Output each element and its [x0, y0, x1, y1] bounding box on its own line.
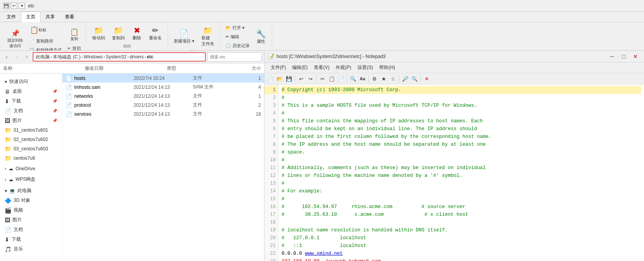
title-bar-icons[interactable]: 💾 ↩ ▾ — [3, 3, 25, 9]
title-icon-dropdown[interactable]: ▾ — [19, 3, 25, 9]
wps-label[interactable]: › ☁ WPS网盘 — [0, 175, 62, 184]
forward-btn[interactable]: › — [12, 53, 21, 61]
sidebar-section-quickaccess: ▾ 快速访问 🖥 桌面 📌 ⬇ 下载 📌 📄 — [0, 77, 62, 163]
properties-btn[interactable]: 🔧 属性 — [253, 27, 269, 46]
file-row-protocol[interactable]: 📄 protocol 2021/12/24 14:13 文件 2 — [62, 101, 264, 109]
tool-paste[interactable]: 📄 — [337, 74, 345, 83]
tool-close-x[interactable]: ✕ — [422, 74, 431, 83]
file-icon-hosts: 📄 — [65, 75, 72, 81]
sidebar-item-documents2[interactable]: 📄 文档 — [0, 225, 62, 235]
copy-to-btn[interactable]: 📁 复制到 — [109, 24, 128, 43]
move-to-btn[interactable]: 📁 移动到 — [89, 24, 108, 43]
sidebar-item-desktop[interactable]: 🖥 桌面 📌 — [0, 86, 62, 96]
tool-settings[interactable]: ⚙ — [370, 74, 379, 83]
tool-copy[interactable]: 📋 — [327, 74, 336, 83]
file-row-services[interactable]: 📄 services 2021/12/24 14:13 文件 18 — [62, 109, 264, 118]
line-num-2: 2 — [264, 94, 278, 102]
maximize-btn[interactable]: □ — [618, 53, 629, 60]
addr-part-5: etc — [147, 54, 153, 60]
sidebar-item-pictures2[interactable]: 🖼 图片 — [0, 215, 62, 225]
move-icon: 📁 — [94, 26, 103, 35]
line-num-8: 8 — [264, 141, 278, 148]
menu-view[interactable]: 查看(V) — [311, 63, 332, 72]
menu-help[interactable]: 帮助(H) — [376, 63, 398, 72]
search-input[interactable] — [207, 52, 262, 62]
minimize-btn[interactable]: ─ — [607, 53, 618, 60]
onedrive-label[interactable]: › ☁ OneDrive — [0, 164, 62, 173]
tool-star[interactable]: ★ — [380, 74, 388, 83]
tool-save[interactable]: 💾 — [285, 74, 293, 83]
title-icon-undo[interactable]: ↩ — [11, 3, 17, 9]
notepad3: 📝 hosts [C:\Windows\System32\drivers\etc… — [264, 51, 644, 261]
paste-btn[interactable]: 📋 粘贴 — [27, 24, 49, 36]
file-row-networks[interactable]: 📄 networks 2021/12/24 14:13 文件 1 — [62, 92, 264, 101]
tab-home[interactable]: 主页 — [21, 12, 40, 22]
sidebar-item-pictures[interactable]: 🖼 图片 📌 — [0, 116, 62, 125]
tab-file[interactable]: 文件 — [2, 12, 21, 22]
menu-settings[interactable]: 设置(S) — [354, 63, 376, 72]
code-line-8: # The IP address and the host name shoul… — [282, 141, 641, 148]
editor-content[interactable]: # Copyright (c) 1993-2009 Microsoft Corp… — [278, 85, 644, 261]
tool-open[interactable]: 📂 — [275, 74, 284, 83]
code-line-11: # Additionally, comments (such as these)… — [282, 164, 641, 172]
tab-view[interactable]: 查看 — [60, 12, 79, 22]
file-row-hosts[interactable]: 📄 hosts 2022/7/4 20:24 文件 1 — [62, 74, 264, 83]
properties-icon: 🔧 — [256, 29, 266, 39]
up-btn[interactable]: ↑ — [23, 53, 31, 61]
code-line-2: # — [282, 94, 641, 102]
code-text-1: # Copyright (c) 1993-2009 Microsoft Corp… — [282, 86, 401, 94]
copy-btn[interactable]: 📋 复制 — [65, 26, 83, 44]
file-row-lmhosts[interactable]: 📄 lmhosts.sam 2021/12/24 14:13 SAM 文件 4 — [62, 83, 264, 92]
tool-redo[interactable]: ↪ — [306, 74, 315, 83]
code-text-7: # be placed in the first column followed… — [282, 133, 492, 141]
delete-btn[interactable]: ✖ 删除 — [129, 24, 145, 43]
tool-new[interactable]: 📄 — [266, 74, 275, 83]
tool-find[interactable]: 🔍 — [349, 74, 357, 83]
edit-btn[interactable]: ✏ 编辑 — [224, 33, 252, 41]
open-btn[interactable]: 📂 打开 ▾ — [224, 24, 252, 32]
toolbar-sep2 — [316, 75, 317, 82]
sidebar-item-downloads2[interactable]: ⬇ 下载 — [0, 235, 62, 244]
new-folder-btn[interactable]: 📁 新建文件夹 — [199, 24, 217, 49]
tool-undo[interactable]: ↩ — [297, 74, 305, 83]
menu-edit[interactable]: 编辑(E) — [289, 63, 311, 72]
notepad-editor[interactable]: 1 2 3 4 5 6 7 8 9 10 11 12 13 14 15 16 1… — [264, 85, 644, 261]
thispc-arrow: ▾ — [5, 188, 7, 194]
pin-btn[interactable]: 📌 固定到快速访问 — [5, 27, 26, 51]
tool-aa[interactable]: Aa — [358, 74, 367, 83]
tab-share[interactable]: 共享 — [40, 12, 60, 22]
line-num-3: 3 — [264, 102, 278, 109]
file-type-services: 文件 — [193, 111, 237, 117]
sidebar-item-3d[interactable]: 🔷 3D 对象 — [0, 196, 62, 205]
sidebar-item-centos602[interactable]: 📁 02_centos7u602 — [0, 135, 62, 144]
tool-zoom-out[interactable]: 🔎 — [401, 74, 410, 83]
sidebar-item-centos601[interactable]: 📁 01_centos7u601 — [0, 125, 62, 135]
copy-path-btn[interactable]: 📄 复制路径 — [27, 37, 64, 45]
xmind-link[interactable]: www.xmind.net — [305, 250, 343, 257]
menu-appearance[interactable]: 外观(P) — [332, 63, 354, 72]
sidebar-item-centos7u6[interactable]: 📁 centos7u6 — [0, 153, 62, 163]
code-line-13: # — [282, 180, 641, 187]
thispc-label[interactable]: ▾ 💻 此电脑 — [0, 186, 62, 196]
close-btn[interactable]: ✕ — [630, 53, 641, 60]
line-num-17: 17 — [264, 211, 278, 219]
title-icon-save[interactable]: 💾 — [3, 3, 9, 9]
sidebar-item-documents[interactable]: 📄 文档 📌 — [0, 106, 62, 116]
menu-file[interactable]: 文件(F) — [268, 63, 289, 72]
quick-access-label[interactable]: ▾ 快速访问 — [0, 77, 62, 86]
line-num-9: 9 — [264, 148, 278, 156]
sidebar-item-centos603[interactable]: 📁 03_centos7u603 — [0, 144, 62, 153]
line-num-1: 1 — [264, 86, 278, 94]
rename-btn[interactable]: ✏ 重命名 — [146, 24, 164, 43]
address-bar[interactable]: 此电脑 › 本地磁盘 (C:) › Windows › System32 › d… — [33, 52, 206, 62]
tool-star2[interactable]: ☆ — [389, 74, 397, 83]
tool-zoom-in[interactable]: 🔍 — [410, 74, 419, 83]
back-btn[interactable]: ‹ — [2, 53, 11, 61]
sidebar-item-downloads[interactable]: ⬇ 下载 📌 — [0, 96, 62, 106]
sidebar-item-music[interactable]: 🎵 音乐 — [0, 244, 62, 254]
tool-cut[interactable]: ✂ — [318, 74, 327, 83]
line-num-19: 19 — [264, 226, 278, 234]
sidebar-item-video[interactable]: 🎬 视频 — [0, 205, 62, 215]
history-btn[interactable]: 🕘 历史记录 — [224, 42, 252, 50]
new-item-btn[interactable]: 📄 新建项目 ▾ — [171, 27, 197, 46]
